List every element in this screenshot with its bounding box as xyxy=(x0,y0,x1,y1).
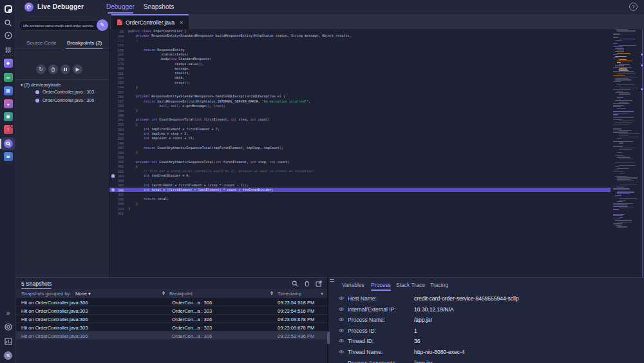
snapshot-row[interactable]: Hit on OrderController.java:303OrderCon.… xyxy=(16,306,327,315)
line-number[interactable]: 274 xyxy=(109,39,128,43)
tab-debugger[interactable]: Debugger xyxy=(106,3,135,10)
code-line[interactable]: 35public class OrderController { xyxy=(109,29,611,34)
line-number[interactable]: 296 xyxy=(109,141,128,145)
line-number[interactable]: 277 xyxy=(109,53,128,57)
code-line[interactable]: 300 private int CountArythmeticSequenceT… xyxy=(109,160,611,164)
line-number[interactable]: 35 xyxy=(109,30,128,34)
grouped-by-dropdown[interactable]: None ▾ xyxy=(75,291,91,297)
edit-filter-button[interactable]: ✎ xyxy=(97,19,108,31)
sort-breakpoint-icon[interactable] xyxy=(162,291,165,295)
line-number[interactable]: 280 xyxy=(109,66,128,70)
line-number[interactable]: 293 xyxy=(109,128,128,132)
line-number[interactable]: 310 xyxy=(109,207,128,211)
open-in-new-icon[interactable] xyxy=(316,280,322,287)
eye-icon[interactable] xyxy=(338,317,345,322)
line-number[interactable]: 275 xyxy=(109,43,128,47)
code-line[interactable]: 285 xyxy=(109,90,611,94)
code-line[interactable]: 295 int tmpCount = count + 13; xyxy=(109,136,611,141)
code-line[interactable]: 280 message, xyxy=(109,66,611,71)
code-line[interactable]: 294 int tmpStep = step + 2; xyxy=(109,132,611,136)
code-line[interactable]: 298 } xyxy=(109,150,611,155)
code-line[interactable]: 277 .status(status) xyxy=(109,52,611,57)
eye-icon[interactable] xyxy=(338,338,345,343)
code-line[interactable]: 310} xyxy=(109,206,611,211)
code-line[interactable]: 275 xyxy=(109,43,611,48)
line-number[interactable]: 299 xyxy=(109,155,128,159)
avatar-badge[interactable]: S xyxy=(0,349,16,362)
snapshot-row[interactable]: Hit on OrderController.java:306OrderCon.… xyxy=(16,331,327,340)
line-number[interactable]: 282 xyxy=(109,76,128,80)
tab-snapshots[interactable]: Snapshots xyxy=(144,3,174,10)
tab-tracing[interactable]: Tracing xyxy=(430,282,448,288)
breakpoint-item[interactable]: OrderController.java : 303 xyxy=(35,90,94,94)
line-number[interactable]: 295 xyxy=(109,137,128,141)
line-number[interactable]: 309 xyxy=(109,202,128,206)
eye-icon[interactable] xyxy=(338,296,345,300)
line-number[interactable]: 303 xyxy=(109,174,128,178)
tab-variables[interactable]: Variables xyxy=(342,282,365,288)
line-number[interactable]: 292 xyxy=(109,123,128,126)
apps-grid-icon[interactable] xyxy=(0,43,16,56)
code-line[interactable]: 309 } xyxy=(109,202,611,206)
eye-icon[interactable] xyxy=(338,328,345,333)
line-number[interactable]: 290 xyxy=(109,113,128,117)
code-line[interactable]: 268 private ResponseEntity<StandardRespo… xyxy=(109,34,611,38)
line-number[interactable]: 298 xyxy=(109,151,128,155)
line-number[interactable]: 301 xyxy=(109,164,128,168)
notebooks-icon[interactable]: ● xyxy=(0,97,16,110)
line-number[interactable]: 284 xyxy=(109,85,128,89)
line-number[interactable]: 276 xyxy=(109,48,128,52)
delete-snapshots-icon[interactable] xyxy=(304,280,310,287)
line-number[interactable]: 308 xyxy=(109,197,128,201)
refresh-breakpoints-button[interactable]: ↻ xyxy=(36,64,46,74)
tab-process[interactable]: Process xyxy=(371,282,391,288)
code-line[interactable]: 286 private ResponseEntity<StandardRespo… xyxy=(109,94,611,99)
code-line[interactable]: 307 xyxy=(109,192,611,197)
tab-breakpoints[interactable]: Breakpoints (2) xyxy=(66,37,103,48)
code-line[interactable]: 292 { xyxy=(109,123,611,127)
code-line[interactable]: 274 } xyxy=(109,38,611,43)
filter-caret-icon[interactable]: ▾ xyxy=(321,291,323,297)
metrics-icon[interactable] xyxy=(0,335,16,348)
code-line[interactable]: 291 private int CountSequenceTotal(int f… xyxy=(109,117,611,122)
code-line[interactable]: 293 int tmpFirstElement = firstElement +… xyxy=(109,127,611,132)
code-line[interactable]: 308 return total; xyxy=(109,197,611,201)
line-number[interactable]: 297 xyxy=(109,146,128,150)
line-number[interactable]: 283 xyxy=(109,81,128,84)
code-line[interactable]: 279 status.value(), xyxy=(109,62,611,66)
code-line[interactable]: 299 xyxy=(109,155,611,159)
tab-source-code[interactable]: Source Code xyxy=(25,37,58,48)
charts-icon[interactable]: ▪▪ xyxy=(0,71,16,84)
code-line[interactable]: 304 xyxy=(109,179,611,183)
code-line[interactable]: 303 int theGreatDivider = 0; xyxy=(109,173,611,178)
eye-icon[interactable] xyxy=(338,307,345,311)
code-line[interactable]: 276 return ResponseEntity xyxy=(109,48,611,52)
search-icon[interactable] xyxy=(0,16,16,29)
line-number[interactable]: 294 xyxy=(109,132,128,136)
editor-tab-ordercontroller[interactable]: OrderController.java × xyxy=(111,14,189,29)
pause-breakpoints-button[interactable] xyxy=(61,64,70,74)
breakpoint-dot-icon[interactable] xyxy=(111,174,115,177)
line-number[interactable]: 289 xyxy=(109,109,128,113)
data-layers-icon[interactable]: ☰ xyxy=(0,150,16,163)
code-line[interactable]: 305 int lastElement = firstElement + (st… xyxy=(109,183,611,188)
line-number[interactable]: 304 xyxy=(109,179,128,182)
problems-icon[interactable]: ! xyxy=(0,123,16,136)
code-line[interactable]: 306 int total = (firstElement + lastElem… xyxy=(109,188,611,192)
code-line[interactable]: 282 data, xyxy=(109,75,611,80)
column-breakpoint[interactable]: Breakpoint xyxy=(169,291,193,297)
line-number[interactable]: 307 xyxy=(109,193,128,197)
snapshot-row[interactable]: Hit on OrderController.java:306OrderCon.… xyxy=(16,298,327,306)
line-number[interactable]: 291 xyxy=(109,118,128,122)
code-line[interactable]: 290 xyxy=(109,113,611,117)
service-filter-input[interactable] xyxy=(19,20,101,31)
line-number[interactable]: 281 xyxy=(109,72,128,75)
line-number[interactable]: 300 xyxy=(109,160,128,164)
search-snapshots-icon[interactable] xyxy=(292,280,298,287)
brand-logo-icon[interactable] xyxy=(0,3,16,15)
line-number[interactable]: 286 xyxy=(109,95,128,99)
code-lines[interactable]: 35public class OrderController {268 priv… xyxy=(109,29,611,215)
line-number[interactable]: 288 xyxy=(109,104,128,108)
support-ring-icon[interactable] xyxy=(0,320,16,333)
line-number[interactable]: 302 xyxy=(109,170,128,173)
